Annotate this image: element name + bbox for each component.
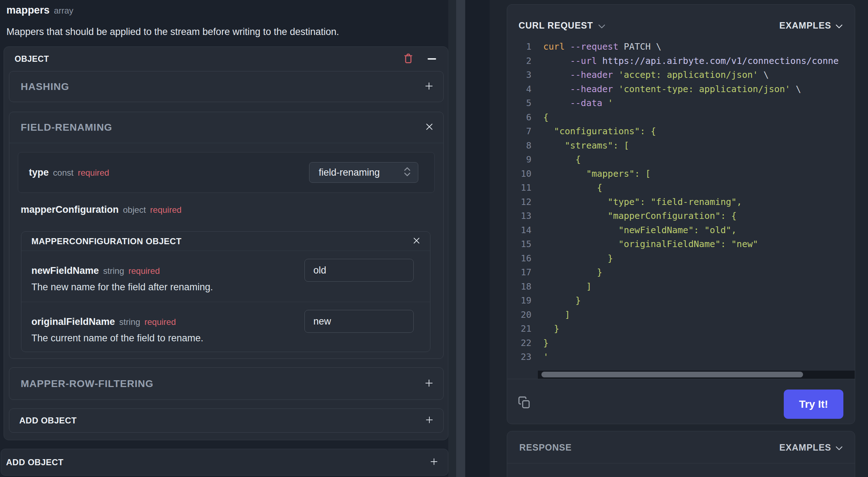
originalfieldname-input[interactable] [304, 310, 414, 333]
field-renaming-header: FIELD-RENAMING [9, 112, 443, 143]
try-it-button[interactable]: Try It! [784, 390, 843, 419]
code-text: { [531, 154, 581, 165]
section-field-renaming: FIELD-RENAMING typeconstrequired field-r… [9, 112, 444, 359]
section-mapper-row-filtering[interactable]: MAPPER-ROW-FILTERING [9, 367, 444, 400]
code-text: "configurations": { [531, 126, 656, 136]
field-row-originalfieldname: originalFieldNamestringrequired The curr… [21, 302, 430, 352]
response-header: RESPONSE EXAMPLES [507, 431, 855, 463]
response-examples-dropdown[interactable]: EXAMPLES [779, 442, 843, 452]
field-description: The new name for the field after renamin… [31, 282, 213, 293]
code-text: "type": "field-renaming", [531, 197, 742, 207]
code-line: 23' [507, 350, 855, 364]
field-name-label: type [29, 167, 49, 178]
delete-object-button[interactable] [402, 53, 414, 65]
code-text: { [531, 182, 602, 193]
add-object-outer-header: ADD OBJECT [1, 449, 448, 475]
add-object-inner-button[interactable]: ADD OBJECT [9, 408, 444, 433]
object-panel-header: OBJECT [4, 47, 448, 71]
line-number: 13 [507, 211, 531, 221]
field-kind-label: object [123, 205, 146, 215]
line-number: 1 [507, 41, 531, 52]
code-text: } [531, 253, 613, 263]
field-label: originalFieldNamestringrequired [31, 316, 176, 327]
field-description: The current name of the field to rename. [31, 333, 203, 344]
code-text: curl --request PATCH \ [531, 41, 661, 52]
line-number: 6 [507, 112, 531, 122]
response-card: RESPONSE EXAMPLES [507, 431, 855, 477]
plus-icon [429, 457, 439, 468]
newfieldname-input[interactable] [304, 259, 414, 282]
property-description: Mappers that should be applied to the st… [6, 26, 339, 37]
code-line: 19 } [507, 293, 855, 308]
mapper-configuration-header: MAPPERCONFIGURATION OBJECT [21, 232, 430, 251]
close-icon[interactable] [412, 236, 421, 246]
code-line: 9 { [507, 152, 855, 167]
schema-column: mappersarray Mappers that should be appl… [0, 0, 448, 477]
request-examples-dropdown[interactable]: EXAMPLES [779, 20, 843, 31]
code-line: 8 "streams": [ [507, 139, 855, 153]
add-object-outer-label: ADD OBJECT [6, 457, 64, 467]
code-line: 20 ] [507, 308, 855, 322]
add-object-outer-button[interactable]: ADD OBJECT [1, 449, 448, 476]
line-number: 14 [507, 225, 531, 235]
code-block[interactable]: 1curl --request PATCH \2 --url https://a… [507, 40, 855, 370]
code-horizontal-scrollbar-thumb[interactable] [541, 372, 803, 377]
code-line: 6{ [507, 110, 855, 125]
close-icon[interactable] [425, 122, 434, 133]
add-object-inner-label: ADD OBJECT [19, 416, 77, 426]
code-text: } [531, 338, 549, 348]
collapse-object-button[interactable] [426, 53, 438, 65]
trash-icon [403, 53, 414, 65]
code-line: 7 "configurations": { [507, 124, 855, 139]
curl-request-dropdown[interactable]: CURL REQUEST [519, 20, 605, 31]
line-number: 21 [507, 323, 531, 334]
code-text: "newFieldName": "old", [531, 225, 737, 235]
code-line: 15 "originalFieldName": "new" [507, 237, 855, 251]
line-number: 9 [507, 154, 531, 165]
plus-icon [425, 415, 434, 426]
code-line: 22} [507, 336, 855, 350]
code-line: 2 --url https://api.airbyte.com/v1/conne… [507, 54, 855, 68]
hashing-title: HASHING [21, 81, 69, 92]
page-scrollbar-track [448, 0, 465, 477]
add-object-inner-header: ADD OBJECT [9, 409, 443, 432]
code-line: 21 } [507, 322, 855, 336]
code-text: "streams": [ [531, 140, 629, 151]
minus-icon [428, 58, 436, 60]
hashing-header: HASHING [9, 71, 443, 102]
field-required-label: required [78, 168, 109, 177]
line-number: 16 [507, 253, 531, 263]
code-line: 13 "mapperConfiguration": { [507, 209, 855, 223]
plus-icon[interactable] [424, 81, 434, 92]
line-number: 12 [507, 197, 531, 207]
code-line: 11 { [507, 181, 855, 195]
object-panel-actions [402, 47, 438, 71]
code-footer: Try It! [507, 379, 855, 424]
code-line: 10 "mappers": [ [507, 167, 855, 181]
section-hashing[interactable]: HASHING [9, 71, 444, 102]
type-field-row: typeconstrequired field-renaming [18, 152, 435, 193]
api-docs-screen: mappersarray Mappers that should be appl… [0, 0, 868, 477]
code-line: 3 --header 'accept: application/json' \ [507, 68, 855, 82]
property-name: mappers [6, 4, 50, 16]
code-text: } [531, 295, 581, 306]
chevron-down-icon [836, 442, 843, 452]
examples-label: EXAMPLES [779, 442, 831, 452]
field-row-newfieldname: newFieldNamestringrequired The new name … [21, 251, 430, 302]
mapper-configuration-label: mapperConfigurationobjectrequired [21, 204, 182, 215]
copy-icon [518, 405, 531, 410]
type-select[interactable]: field-renaming [309, 162, 418, 183]
copy-code-button[interactable] [518, 396, 531, 410]
field-label: newFieldNamestringrequired [31, 265, 160, 276]
line-number: 7 [507, 126, 531, 136]
plus-icon[interactable] [424, 378, 434, 390]
line-number: 15 [507, 239, 531, 249]
line-number: 18 [507, 281, 531, 292]
code-line: 14 "newFieldName": "old", [507, 223, 855, 237]
object-panel-title: OBJECT [15, 54, 49, 64]
line-number: 2 [507, 56, 531, 66]
code-line: 4 --header 'content-type: application/js… [507, 82, 855, 96]
page-scrollbar-thumb[interactable] [456, 0, 465, 477]
code-text: --url https://api.airbyte.com/v1/connect… [531, 56, 839, 66]
code-line: 18 ] [507, 280, 855, 294]
